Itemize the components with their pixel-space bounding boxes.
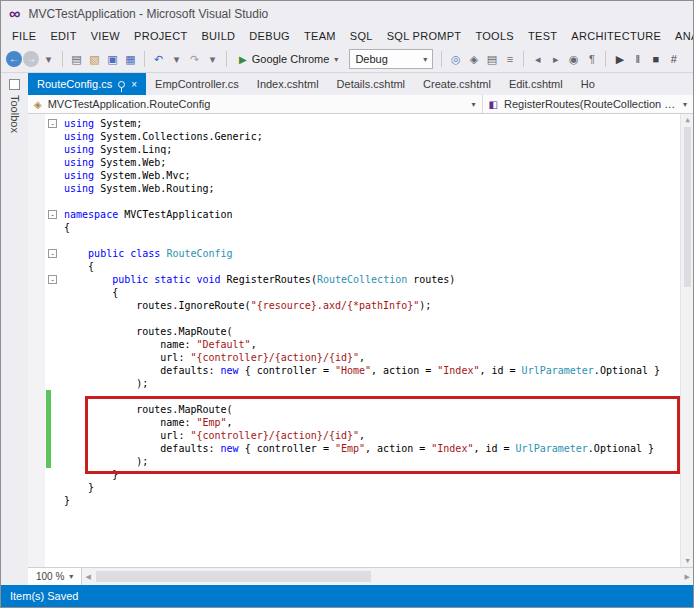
member-dropdown[interactable]: ◧ RegisterRoutes(RouteCollection routes)… <box>482 95 693 113</box>
save-icon[interactable]: ▣ <box>104 51 121 68</box>
vertical-scrollbar-thumb[interactable] <box>684 127 691 287</box>
tab-edit-cshtml[interactable]: Edit.cshtml <box>500 73 572 95</box>
code-line-12[interactable]: { <box>28 260 693 273</box>
fold-toggle-icon[interactable]: - <box>48 249 57 258</box>
menu-tools[interactable]: TOOLS <box>468 28 521 44</box>
code-line-9[interactable]: { <box>28 221 693 234</box>
code-line-15[interactable]: routes.IgnoreRoute("{resource}.axd/{*pat… <box>28 299 693 312</box>
tab-ho[interactable]: Ho <box>572 73 604 95</box>
menu-debug[interactable]: DEBUG <box>242 28 297 44</box>
menu-analyze[interactable]: ANALYZE <box>668 28 694 44</box>
snippet-icon[interactable]: # <box>665 51 682 68</box>
code-line-7[interactable] <box>28 195 693 208</box>
code-text: routes.MapRoute( <box>64 404 233 415</box>
fold-toggle-icon[interactable]: - <box>48 210 57 219</box>
menu-project[interactable]: PROJECT <box>127 28 194 44</box>
save-all-icon[interactable]: ▦ <box>122 51 139 68</box>
comment-selection-icon[interactable]: ¶ <box>583 51 600 68</box>
pin-icon[interactable] <box>118 81 125 88</box>
close-icon[interactable]: × <box>131 79 137 90</box>
properties-window-icon[interactable]: ≡ <box>501 51 518 68</box>
fold-toggle-icon[interactable]: - <box>48 275 57 284</box>
code-line-4[interactable]: using System.Web; <box>28 156 693 169</box>
tab-empcontroller-cs[interactable]: EmpController.cs <box>146 73 248 95</box>
code-line-21[interactable]: ); <box>28 377 693 390</box>
menu-file[interactable]: FILE <box>5 28 43 44</box>
code-line-17[interactable]: routes.MapRoute( <box>28 325 693 338</box>
code-token: , action = <box>365 443 431 454</box>
code-line-30[interactable]: } <box>28 494 693 507</box>
tab-index-cshtml[interactable]: Index.cshtml <box>248 73 328 95</box>
horizontal-scrollbar-thumb[interactable] <box>96 571 371 582</box>
code-line-24[interactable]: name: "Emp", <box>28 416 693 429</box>
title-bar[interactable]: ∞ MVCTestApplication - Microsoft Visual … <box>1 1 693 26</box>
back-icon[interactable]: ← <box>6 51 22 67</box>
code-line-19[interactable]: url: "{controller}/{action}/{id}", <box>28 351 693 364</box>
forward-icon[interactable]: → <box>23 51 39 67</box>
tab-routeconfig-cs[interactable]: RouteConfig.cs× <box>28 73 146 95</box>
menu-test[interactable]: TEST <box>521 28 564 44</box>
solution-config-dropdown[interactable]: Debug▾ <box>349 49 433 69</box>
code-line-18[interactable]: name: "Default", <box>28 338 693 351</box>
navigate-backward-icon[interactable]: ◂ <box>529 51 546 68</box>
menu-sql-prompt[interactable]: SQL PROMPT <box>380 28 469 44</box>
tab-create-cshtml[interactable]: Create.cshtml <box>414 73 500 95</box>
open-file-icon[interactable]: ▧ <box>86 51 103 68</box>
menu-build[interactable]: BUILD <box>194 28 242 44</box>
scroll-right-icon[interactable]: ▶ <box>685 573 690 581</box>
code-line-8[interactable]: -namespace MVCTestApplication <box>28 208 693 221</box>
code-line-25[interactable]: url: "{controller}/{action}/{id}", <box>28 429 693 442</box>
scroll-up-icon[interactable]: ▲ <box>681 116 693 124</box>
code-line-6[interactable]: using System.Web.Routing; <box>28 182 693 195</box>
horizontal-scrollbar[interactable]: ◀ ▶ <box>82 568 693 585</box>
start-debug-button[interactable]: ▶Google Chrome▾ <box>232 51 345 67</box>
menu-architecture[interactable]: ARCHITECTURE <box>564 28 668 44</box>
tab-details-cshtml[interactable]: Details.cshtml <box>328 73 414 95</box>
code-line-20[interactable]: defaults: new { controller = "Home", act… <box>28 364 693 377</box>
code-line-16[interactable] <box>28 312 693 325</box>
code-line-28[interactable]: } <box>28 468 693 481</box>
preview-changes-icon[interactable]: ◎ <box>447 51 464 68</box>
solution-explorer-icon[interactable]: ▤ <box>483 51 500 68</box>
code-line-5[interactable]: using System.Web.Mvc; <box>28 169 693 182</box>
code-area[interactable]: -using System;using System.Collections.G… <box>28 114 693 507</box>
code-line-13[interactable]: - public static void RegisterRoutes(Rout… <box>28 273 693 286</box>
code-token: public <box>112 274 148 285</box>
find-in-files-icon[interactable]: ◈ <box>465 51 482 68</box>
sql-stop-icon[interactable]: ■ <box>647 51 664 68</box>
type-dropdown[interactable]: ◈ MVCTestApplication.RouteConfig ▾ <box>28 95 482 113</box>
undo-icon[interactable]: ↶ <box>150 51 167 68</box>
method-icon: ◧ <box>489 99 498 110</box>
code-line-22[interactable] <box>28 390 693 403</box>
menu-team[interactable]: TEAM <box>297 28 343 44</box>
sql-pause-icon[interactable]: ‖ <box>629 51 646 68</box>
navigate-forward-icon[interactable]: ▸ <box>547 51 564 68</box>
code-line-1[interactable]: -using System; <box>28 117 693 130</box>
code-editor[interactable]: -using System;using System.Collections.G… <box>28 114 693 567</box>
toolbox-tab[interactable]: Toolbox <box>1 73 28 585</box>
menu-edit[interactable]: EDIT <box>43 28 83 44</box>
nav-history-dropdown-icon[interactable]: ▾ <box>40 51 57 68</box>
sql-execute-icon[interactable]: ▶ <box>611 51 628 68</box>
redo-dropdown-icon[interactable]: ▾ <box>204 51 221 68</box>
code-line-26[interactable]: defaults: new { controller = "Emp", acti… <box>28 442 693 455</box>
bookmark-icon[interactable]: ◉ <box>565 51 582 68</box>
zoom-dropdown[interactable]: 100 % ▾ <box>28 568 82 585</box>
code-line-2[interactable]: using System.Collections.Generic; <box>28 130 693 143</box>
fold-toggle-icon[interactable]: - <box>48 119 57 128</box>
vertical-scrollbar[interactable]: ▲ ▼ <box>680 114 693 567</box>
scroll-down-icon[interactable]: ▼ <box>681 557 693 565</box>
menu-view[interactable]: VIEW <box>84 28 127 44</box>
scroll-left-icon[interactable]: ◀ <box>85 573 90 581</box>
undo-dropdown-icon[interactable]: ▾ <box>168 51 185 68</box>
menu-sql[interactable]: SQL <box>343 28 380 44</box>
code-line-29[interactable]: } <box>28 481 693 494</box>
code-line-10[interactable] <box>28 234 693 247</box>
code-line-27[interactable]: ); <box>28 455 693 468</box>
code-line-14[interactable]: { <box>28 286 693 299</box>
new-file-icon[interactable]: ▤ <box>68 51 85 68</box>
redo-icon[interactable]: ↷ <box>186 51 203 68</box>
code-line-11[interactable]: - public class RouteConfig <box>28 247 693 260</box>
code-line-3[interactable]: using System.Linq; <box>28 143 693 156</box>
code-line-23[interactable]: routes.MapRoute( <box>28 403 693 416</box>
